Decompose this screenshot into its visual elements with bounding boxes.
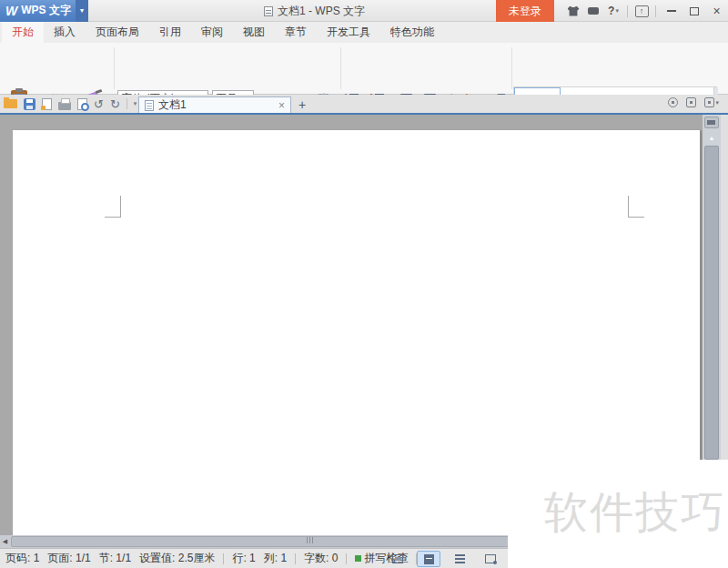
outline-view-button[interactable] — [448, 551, 471, 567]
chevron-down-icon: ▾ — [715, 99, 719, 106]
collapse-ribbon-button[interactable]: ↑ — [632, 0, 652, 22]
status-margin-setting: 设置值: 2.5厘米 — [139, 551, 215, 566]
scroll-up-icon[interactable]: ▲ — [703, 131, 721, 144]
customize-toolbar-caret-icon[interactable]: ▾ — [134, 100, 137, 107]
tab-section[interactable]: 章节 — [275, 22, 317, 43]
vertical-scroll-thumb[interactable] — [704, 146, 719, 460]
status-page-number: 页码: 1 — [5, 551, 39, 566]
page-view-button[interactable] — [417, 551, 440, 567]
ribbon-tab-bar: 开始 插入 页面布局 引用 审阅 视图 章节 开发工具 特色功能 — [0, 22, 728, 43]
status-page-count: 页面: 1/1 — [47, 551, 90, 566]
view-switcher — [386, 551, 502, 567]
minimize-button[interactable] — [660, 0, 682, 22]
help-icon: ? — [608, 5, 614, 17]
view-mode-icon[interactable] — [686, 97, 696, 107]
group-divider — [340, 47, 341, 89]
help-caret-icon: ▾ — [615, 7, 619, 15]
margin-mark-right — [628, 196, 644, 218]
chat-icon — [588, 7, 599, 15]
status-line: 行: 1 — [232, 551, 255, 566]
document-tab-label: 文档1 — [158, 97, 187, 113]
export-icon[interactable] — [42, 98, 52, 110]
fullscreen-view-button[interactable] — [386, 551, 410, 567]
help-button[interactable]: ? ▾ — [603, 0, 623, 22]
titlebar-controls: 未登录 ? ▾ ↑ × — [496, 0, 728, 22]
feedback-button[interactable] — [583, 0, 603, 22]
minimize-icon — [667, 10, 676, 12]
ribbon: 粘贴 ▾ ✂ 剪切 复制 格式刷 — [0, 43, 728, 95]
window-title: 文档1 - WPS 文字 — [278, 4, 365, 19]
tab-references[interactable]: 引用 — [149, 22, 191, 43]
skin-button[interactable] — [563, 0, 583, 22]
scroll-left-icon[interactable]: ◀ — [0, 535, 10, 548]
spell-check-indicator-icon — [355, 555, 361, 562]
wps-menu-button[interactable]: W WPS 文字 ▾ — [0, 0, 88, 22]
divider — [126, 98, 127, 109]
arrange-windows-button[interactable]: ▾ — [704, 97, 719, 107]
undo-icon[interactable]: ↺ — [94, 98, 104, 110]
group-divider — [114, 47, 115, 89]
shirt-icon — [568, 6, 580, 16]
wps-logo-icon: W — [5, 4, 17, 18]
titlebar-divider — [627, 5, 628, 17]
tab-home[interactable]: 开始 — [2, 22, 44, 43]
tab-special-features[interactable]: 特色功能 — [380, 22, 444, 43]
window-title-area: 文档1 - WPS 文字 — [264, 0, 365, 22]
history-icon[interactable] — [668, 97, 678, 107]
tab-insert[interactable]: 插入 — [44, 22, 86, 43]
divider — [223, 553, 224, 564]
divider — [295, 553, 296, 564]
print-preview-icon[interactable] — [77, 98, 87, 110]
close-tab-icon[interactable]: × — [278, 100, 285, 111]
document-icon — [145, 100, 154, 111]
windows-icon — [704, 97, 714, 107]
new-tab-button[interactable]: + — [298, 96, 306, 113]
collapse-ribbon-icon: ↑ — [635, 5, 649, 17]
watermark-text: 软件技巧 — [544, 483, 726, 542]
document-tab-bar: ↺ ↻ ▾ 文档1 × + ▾ — [0, 95, 728, 115]
fullscreen-view-icon — [392, 554, 403, 563]
outline-view-icon — [455, 554, 465, 563]
margin-mark-left — [105, 196, 121, 218]
scroll-grip-icon — [307, 537, 313, 543]
wps-logo-label: WPS 文字 — [21, 3, 71, 18]
web-view-button[interactable] — [479, 551, 502, 567]
divider — [346, 553, 347, 564]
maximize-button[interactable] — [682, 0, 705, 22]
ruler-toggle-icon[interactable] — [704, 117, 719, 128]
redo-icon[interactable]: ↻ — [110, 98, 120, 110]
save-icon[interactable] — [24, 98, 35, 110]
wps-menu-caret-icon[interactable]: ▾ — [76, 0, 88, 22]
status-column: 列: 1 — [264, 551, 287, 566]
maximize-icon — [690, 7, 699, 15]
tab-review[interactable]: 审阅 — [191, 22, 233, 43]
web-view-icon — [485, 554, 496, 563]
print-icon[interactable] — [58, 102, 71, 110]
status-word-count[interactable]: 字数: 0 — [304, 551, 338, 566]
document-icon — [264, 6, 273, 16]
title-bar: W WPS 文字 ▾ 文档1 - WPS 文字 未登录 ? ▾ ↑ × — [0, 0, 728, 22]
titlebar-divider — [655, 5, 656, 17]
tab-developer[interactable]: 开发工具 — [317, 22, 380, 43]
group-divider — [511, 47, 512, 89]
close-icon: × — [713, 5, 720, 17]
tabbar-right-controls: ▾ — [668, 97, 719, 107]
close-button[interactable]: × — [705, 0, 728, 22]
status-section: 节: 1/1 — [99, 551, 131, 566]
open-icon[interactable] — [4, 99, 17, 108]
quick-access-toolbar: ↺ ↻ ▾ — [4, 95, 136, 113]
page-view-icon — [424, 554, 434, 564]
login-button[interactable]: 未登录 — [496, 0, 554, 22]
tab-view[interactable]: 视图 — [233, 22, 275, 43]
watermark-overlay: 软件技巧 — [508, 460, 728, 568]
tab-page-layout[interactable]: 页面布局 — [86, 22, 149, 43]
wps-writer-window: W WPS 文字 ▾ 文档1 - WPS 文字 未登录 ? ▾ ↑ × — [0, 0, 728, 568]
document-tab[interactable]: 文档1 × — [138, 96, 291, 113]
